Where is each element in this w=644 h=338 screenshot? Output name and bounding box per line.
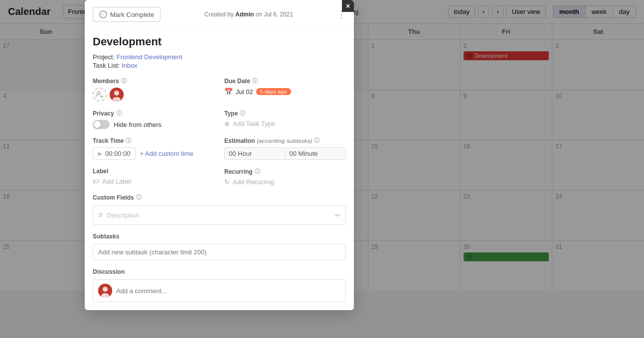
svg-point-0 [97, 92, 100, 95]
discussion-label: Discussion [93, 268, 346, 275]
type-label: Type ⓘ [224, 110, 346, 117]
member-avatar [110, 88, 124, 102]
mark-complete-button[interactable]: ✓ Mark Complete [93, 7, 161, 22]
recurring-icon: ↻ [224, 178, 230, 186]
svg-point-4 [114, 91, 119, 96]
recurring-field: Recurring ⓘ ↻ Add Recurring [224, 168, 346, 186]
modal-close-button[interactable]: × [342, 0, 354, 12]
track-time-field: Track Time ⓘ ▶ 00:00:00 + Add custom tim… [93, 137, 214, 160]
discussion-section: Discussion [93, 268, 346, 302]
description-placeholder: Description [107, 212, 139, 219]
estimation-row: 00 Hour 00 Minute [224, 147, 346, 160]
discussion-row [93, 279, 346, 302]
description-lines-icon: ≡ [98, 211, 103, 220]
estimation-field: Estimation (according subtasks) ⓘ 00 Hou… [224, 137, 346, 160]
recurring-info-icon: ⓘ [255, 168, 260, 175]
estimation-label: Estimation (according subtasks) ⓘ [224, 137, 346, 144]
modal-overlay: × ✓ Mark Complete Created by Admin on Ju… [0, 0, 644, 338]
overdue-badge: 5 days ago [256, 88, 291, 95]
modal-header: ✓ Mark Complete Created by Admin on Jul … [85, 0, 354, 27]
estimation-note: (according subtasks) [257, 138, 312, 144]
privacy-toggle-switch[interactable] [93, 120, 110, 129]
mark-complete-label: Mark Complete [110, 11, 154, 18]
label-field: Label 🏷 Add Label [93, 168, 214, 186]
add-recurring-placeholder: Add Recurring [233, 178, 274, 186]
due-date-label: Due Date ⓘ [224, 77, 346, 85]
modal-meta: Created by Admin on Jul 6, 2021 [204, 11, 293, 18]
privacy-label: Privacy ⓘ [93, 110, 214, 117]
due-date-field: Due Date ⓘ 📅 Jul 02 5 days ago [224, 77, 346, 102]
due-date-row: 📅 Jul 02 5 days ago [224, 88, 346, 96]
calendar-icon: 📅 [224, 88, 233, 96]
estimation-info-icon: ⓘ [314, 137, 320, 144]
type-info-icon: ⓘ [240, 110, 245, 117]
members-row [93, 88, 214, 102]
tasklist-link[interactable]: Inbox [122, 62, 138, 69]
tag-icon: 🏷 [93, 178, 99, 185]
task-type-icon: ⊕ [224, 120, 230, 127]
due-date-info-icon: ⓘ [252, 77, 258, 85]
check-icon: ✓ [99, 10, 107, 18]
privacy-toggle-row: Hide from others [93, 120, 214, 129]
label-row[interactable]: 🏷 Add Label [93, 178, 214, 185]
toggle-knob [94, 121, 101, 128]
discussion-input[interactable] [116, 287, 340, 295]
track-time-row: ▶ 00:00:00 + Add custom time [93, 147, 214, 160]
privacy-info-icon: ⓘ [116, 110, 122, 117]
time-display[interactable]: ▶ 00:00:00 [93, 147, 136, 160]
due-date-value[interactable]: Jul 02 [236, 88, 253, 96]
members-label: Members ⓘ [93, 77, 214, 85]
fields-grid: Members ⓘ [93, 77, 346, 186]
subtasks-section: Subtasks [93, 233, 346, 260]
estimation-hour[interactable]: 00 Hour [224, 147, 285, 160]
add-member-button[interactable] [93, 88, 107, 102]
tasklist-row: Task List: Inbox [93, 62, 346, 69]
edit-icon[interactable]: ✏ [335, 212, 340, 219]
members-field: Members ⓘ [93, 77, 214, 102]
modal-body: Development Project: Frontend Developmen… [85, 27, 354, 310]
description-area[interactable]: ≡ Description ✏ [93, 205, 346, 225]
recurring-label: Recurring ⓘ [224, 168, 346, 175]
task-modal: × ✓ Mark Complete Created by Admin on Ju… [85, 0, 354, 310]
subtask-input[interactable] [93, 244, 346, 260]
members-info-icon: ⓘ [121, 77, 127, 85]
type-row[interactable]: ⊕ Add Task Type [224, 120, 346, 127]
track-time-label: Track Time ⓘ [93, 137, 214, 144]
project-link[interactable]: Frontend Development [117, 53, 182, 61]
svg-point-7 [103, 287, 108, 292]
subtasks-label: Subtasks [93, 233, 346, 240]
recurring-row[interactable]: ↻ Add Recurring [224, 178, 346, 186]
custom-fields-section: Custom Fields ⓘ ≡ Description ✏ [93, 194, 346, 225]
task-type-placeholder: Add Task Type [233, 120, 275, 127]
custom-fields-label: Custom Fields ⓘ [93, 194, 346, 201]
discussion-avatar [98, 284, 112, 298]
label-label: Label [93, 168, 214, 175]
calendar-page: Calendar admin Incomplete Task Complete … [0, 0, 644, 338]
privacy-field: Privacy ⓘ Hide from others [93, 110, 214, 129]
hide-from-others-label: Hide from others [114, 121, 161, 128]
task-title: Development [93, 35, 346, 48]
custom-fields-info-icon: ⓘ [136, 194, 142, 201]
meta-date: Jul 6, 2021 [264, 11, 293, 18]
track-time-info-icon: ⓘ [126, 137, 131, 144]
type-field: Type ⓘ ⊕ Add Task Type [224, 110, 346, 129]
estimation-minute[interactable]: 00 Minute [285, 147, 346, 160]
add-label-placeholder: Add Label [102, 178, 132, 185]
meta-user: Admin [235, 11, 254, 18]
time-value: 00:00:00 [105, 150, 131, 157]
play-icon: ▶ [98, 151, 102, 156]
project-row: Project: Frontend Development [93, 53, 346, 61]
add-custom-time-button[interactable]: + Add custom time [140, 150, 193, 157]
